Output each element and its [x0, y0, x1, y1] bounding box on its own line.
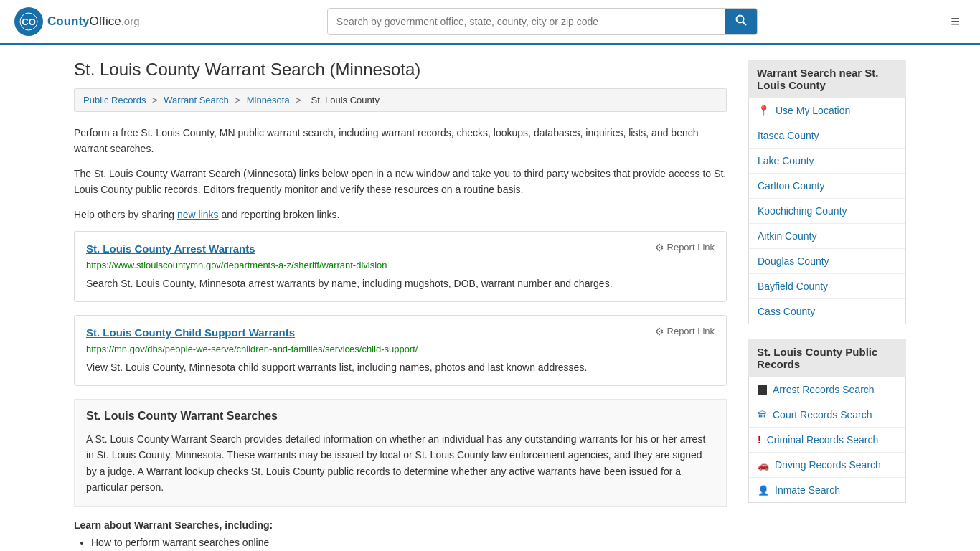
- intro-3-post: and reporting broken links.: [219, 209, 340, 220]
- learn-list: How to perform warrant searches online: [74, 537, 727, 548]
- warrant-searches-section: St. Louis County Warrant Searches A St. …: [74, 399, 727, 507]
- page-container: St. Louis County Warrant Search (Minneso…: [60, 45, 920, 551]
- intro-paragraph-2: The St. Louis County Warrant Search (Min…: [74, 166, 727, 198]
- learn-section: Learn about Warrant Searches, including:…: [74, 519, 727, 548]
- logo-domain: .org: [121, 15, 140, 27]
- svg-point-2: [736, 16, 743, 23]
- search-button[interactable]: [725, 9, 757, 34]
- learn-heading: Learn about Warrant Searches, including:: [74, 519, 727, 531]
- link-block-link-0[interactable]: St. Louis County Arrest Warrants: [86, 242, 255, 255]
- link-url-1[interactable]: https://mn.gov/dhs/people-we-serve/child…: [86, 344, 715, 354]
- breadcrumb: Public Records > Warrant Search > Minnes…: [74, 88, 727, 112]
- nearby-county-link-5[interactable]: Douglas County: [749, 249, 905, 273]
- link-block-link-1[interactable]: St. Louis County Child Support Warrants: [86, 326, 295, 339]
- public-record-label-0: Arrest Records Search: [773, 384, 875, 395]
- intro-paragraph-1: Perform a free St. Louis County, MN publ…: [74, 125, 727, 157]
- nearby-list: 📍 Use My Location Itasca CountyLake Coun…: [748, 98, 906, 324]
- public-record-label-4: Inmate Search: [775, 484, 840, 496]
- breadcrumb-sep-2: >: [235, 95, 240, 105]
- public-record-link-4[interactable]: 👤Inmate Search: [749, 478, 905, 502]
- nearby-county-link-7[interactable]: Cass County: [749, 299, 905, 324]
- nearby-county-link-1[interactable]: Lake County: [749, 149, 905, 173]
- intro-3-pre: Help others by sharing: [74, 209, 177, 220]
- link-block-1: St. Louis County Child Support Warrants …: [74, 315, 727, 386]
- page-title: St. Louis County Warrant Search (Minneso…: [74, 60, 727, 80]
- breadcrumb-public-records[interactable]: Public Records: [83, 95, 146, 105]
- link-url-0[interactable]: https://www.stlouiscountymn.gov/departme…: [86, 260, 715, 270]
- nearby-county-5[interactable]: Douglas County: [749, 249, 905, 274]
- link-desc-1: View St. Louis County, Minnesota child s…: [86, 360, 715, 375]
- logo-icon: CO: [14, 7, 43, 36]
- logo-office: Office: [90, 14, 121, 28]
- search-input[interactable]: [328, 10, 725, 33]
- public-records-section: St. Louis County Public Records Arrest R…: [748, 339, 906, 503]
- nearby-county-link-3[interactable]: Koochiching County: [749, 199, 905, 223]
- report-icon-1: ⚙: [655, 326, 664, 337]
- public-record-label-1: Court Records Search: [773, 409, 872, 420]
- link-block-header-1: St. Louis County Child Support Warrants …: [86, 326, 715, 339]
- logo-county: County: [47, 14, 90, 28]
- search-bar[interactable]: [327, 8, 758, 35]
- public-record-item-4[interactable]: 👤Inmate Search: [749, 478, 905, 502]
- nearby-county-link-4[interactable]: Aitkin County: [749, 224, 905, 248]
- nearby-county-link-2[interactable]: Carlton County: [749, 174, 905, 198]
- record-icon-person-4: 👤: [758, 485, 769, 496]
- record-icon-court-1: 🏛: [758, 410, 767, 420]
- report-link-1[interactable]: ⚙ Report Link: [655, 326, 715, 337]
- sidebar: Warrant Search near St. Louis County 📍 U…: [748, 60, 906, 551]
- record-icon-excl-2: !: [758, 434, 761, 446]
- use-location-label: Use My Location: [776, 105, 850, 116]
- link-block-title-1: St. Louis County Child Support Warrants: [86, 326, 295, 339]
- breadcrumb-sep-3: >: [296, 95, 301, 105]
- public-records-list: Arrest Records Search🏛Court Records Sear…: [748, 377, 906, 503]
- logo-text: CountyOffice.org: [47, 14, 140, 29]
- link-block-header-0: St. Louis County Arrest Warrants ⚙ Repor…: [86, 242, 715, 255]
- link-block-title-0: St. Louis County Arrest Warrants: [86, 242, 255, 255]
- report-icon-0: ⚙: [655, 242, 664, 253]
- report-link-0[interactable]: ⚙ Report Link: [655, 242, 715, 253]
- breadcrumb-current: St. Louis County: [311, 95, 380, 105]
- public-record-link-3[interactable]: 🚗Driving Records Search: [749, 453, 905, 477]
- svg-text:CO: CO: [22, 17, 36, 27]
- public-record-link-0[interactable]: Arrest Records Search: [749, 377, 905, 402]
- public-record-link-2[interactable]: !Criminal Records Search: [749, 428, 905, 452]
- nearby-county-1[interactable]: Lake County: [749, 149, 905, 174]
- breadcrumb-minnesota[interactable]: Minnesota: [247, 95, 290, 105]
- link-blocks: St. Louis County Arrest Warrants ⚙ Repor…: [74, 231, 727, 386]
- public-record-link-1[interactable]: 🏛Court Records Search: [749, 402, 905, 427]
- public-record-item-0[interactable]: Arrest Records Search: [749, 377, 905, 402]
- site-header: CO CountyOffice.org ≡: [0, 0, 980, 45]
- nearby-county-link-6[interactable]: Bayfield County: [749, 274, 905, 298]
- logo-area[interactable]: CO CountyOffice.org: [14, 7, 140, 36]
- nearby-county-3[interactable]: Koochiching County: [749, 199, 905, 224]
- nearby-section: Warrant Search near St. Louis County 📍 U…: [748, 60, 906, 324]
- intro-paragraph-3: Help others by sharing new links and rep…: [74, 207, 727, 222]
- nearby-county-2[interactable]: Carlton County: [749, 174, 905, 199]
- public-record-item-2[interactable]: !Criminal Records Search: [749, 428, 905, 453]
- svg-line-3: [743, 22, 746, 26]
- nearby-title: Warrant Search near St. Louis County: [748, 60, 906, 98]
- section-body: A St. Louis County Warrant Search provid…: [86, 431, 715, 496]
- public-record-label-3: Driving Records Search: [775, 459, 881, 471]
- public-records-title: St. Louis County Public Records: [748, 339, 906, 377]
- new-links-link[interactable]: new links: [177, 209, 219, 220]
- nearby-county-4[interactable]: Aitkin County: [749, 224, 905, 249]
- public-record-label-2: Criminal Records Search: [767, 434, 879, 446]
- nearby-county-7[interactable]: Cass County: [749, 299, 905, 324]
- record-icon-sq-0: [758, 385, 767, 395]
- use-location-link[interactable]: 📍 Use My Location: [749, 98, 905, 123]
- use-location-item[interactable]: 📍 Use My Location: [749, 98, 905, 123]
- nearby-county-link-0[interactable]: Itasca County: [749, 123, 905, 148]
- breadcrumb-warrant-search[interactable]: Warrant Search: [164, 95, 229, 105]
- nearby-county-6[interactable]: Bayfield County: [749, 274, 905, 299]
- record-icon-car-3: 🚗: [758, 460, 769, 471]
- public-record-item-3[interactable]: 🚗Driving Records Search: [749, 453, 905, 478]
- section-heading: St. Louis County Warrant Searches: [86, 410, 715, 423]
- learn-item-0: How to perform warrant searches online: [91, 537, 727, 548]
- nearby-county-0[interactable]: Itasca County: [749, 123, 905, 149]
- main-content: St. Louis County Warrant Search (Minneso…: [74, 60, 727, 551]
- menu-icon[interactable]: ≡: [945, 9, 966, 34]
- link-block-0: St. Louis County Arrest Warrants ⚙ Repor…: [74, 231, 727, 302]
- link-desc-0: Search St. Louis County, Minnesota arres…: [86, 276, 715, 291]
- public-record-item-1[interactable]: 🏛Court Records Search: [749, 402, 905, 428]
